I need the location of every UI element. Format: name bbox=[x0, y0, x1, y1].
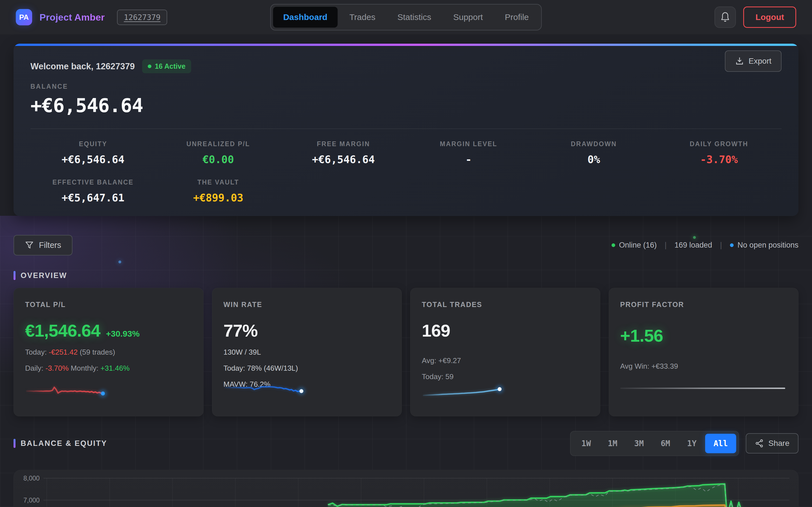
stat-label: DAILY GROWTH bbox=[656, 140, 781, 148]
stat-value: +€6,546.64 bbox=[31, 154, 156, 166]
stat-effective-balance: EFFECTIVE BALANCE+€5,647.61 bbox=[31, 179, 156, 204]
stat-value: +€899.03 bbox=[156, 192, 281, 204]
card-label: WIN RATE bbox=[223, 300, 391, 309]
card-label: PROFIT FACTOR bbox=[620, 300, 787, 309]
stat-label: EQUITY bbox=[31, 140, 156, 148]
top-navigation-bar: PA Project Amber 12627379 DashboardTrade… bbox=[0, 0, 812, 34]
win-rate-card: WIN RATE 77% 130W / 39L Today: 78% (46W/… bbox=[212, 288, 402, 416]
text-segment: Monthly: bbox=[69, 364, 101, 372]
stat-value: - bbox=[406, 154, 531, 166]
notifications-button[interactable] bbox=[714, 6, 736, 28]
stat-label: MARGIN LEVEL bbox=[406, 140, 531, 148]
loaded-label: 169 loaded bbox=[674, 241, 712, 249]
text-segment: (59 trades) bbox=[78, 348, 115, 356]
total-pl-value: €1,546.64 bbox=[25, 321, 100, 341]
text-segment: Today: bbox=[25, 348, 49, 356]
range-1m[interactable]: 1M bbox=[599, 434, 626, 453]
avg-trade-line: Avg: +€9.27 bbox=[422, 356, 589, 365]
download-icon bbox=[735, 57, 744, 66]
text-segment: +31.46% bbox=[100, 364, 130, 372]
accent-bar bbox=[13, 271, 15, 280]
dashboard-page: PA Project Amber 12627379 DashboardTrade… bbox=[0, 0, 812, 507]
filters-label: Filters bbox=[39, 240, 61, 250]
balance-equity-chart[interactable] bbox=[14, 470, 798, 507]
card-value-row: +1.56 bbox=[620, 326, 787, 346]
app-name: Project Amber bbox=[40, 12, 105, 23]
profit-factor-card: PROFIT FACTOR +1.56 Avg Win: +€33.39 bbox=[609, 288, 799, 416]
time-range-selector: 1W1M3M6M1YAll bbox=[570, 431, 739, 456]
export-label: Export bbox=[749, 57, 771, 66]
today-winrate-line: Today: 78% (46W/13L) bbox=[223, 364, 391, 373]
logout-button[interactable]: Logout bbox=[743, 6, 796, 28]
balance-equity-title-label: BALANCE & EQUITY bbox=[20, 439, 107, 448]
hero-inner: Welcome back, 12627379 16 Active BALANCE… bbox=[13, 46, 799, 117]
stat-label: EFFECTIVE BALANCE bbox=[31, 179, 156, 186]
range-1y[interactable]: 1Y bbox=[679, 434, 705, 453]
overview-cards: TOTAL P/L €1,546.64 +30.93% Today: -€251… bbox=[13, 288, 799, 416]
win-rate-value: 77% bbox=[223, 321, 258, 341]
stat-value: -3.70% bbox=[656, 154, 781, 166]
range-all[interactable]: All bbox=[705, 434, 737, 453]
separator: | bbox=[665, 241, 666, 249]
bell-icon bbox=[720, 12, 730, 22]
balance-label: BALANCE bbox=[31, 83, 781, 91]
balance-equity-header-row: BALANCE & EQUITY 1W1M3M6M1YAll Share bbox=[13, 432, 799, 455]
range-1w[interactable]: 1W bbox=[573, 434, 599, 453]
range-6m[interactable]: 6M bbox=[652, 434, 679, 453]
range-3m[interactable]: 3M bbox=[626, 434, 652, 453]
balance-equity-chart-card[interactable]: 8,000 7,000 bbox=[13, 470, 799, 507]
stat-margin-level: MARGIN LEVEL- bbox=[406, 140, 531, 166]
account-summary-card: Welcome back, 12627379 16 Active BALANCE… bbox=[13, 44, 799, 216]
stat-label: THE VAULT bbox=[156, 179, 281, 186]
nav-item-statistics[interactable]: Statistics bbox=[387, 7, 441, 27]
today-pl-line: Today: -€251.42 (59 trades) bbox=[25, 348, 192, 356]
stat-drawdown: DRAWDOWN0% bbox=[531, 140, 656, 166]
top-right-actions: Logout bbox=[714, 6, 796, 28]
status-indicators: Online (16) | 169 loaded | No open posit… bbox=[612, 241, 799, 249]
positions-dot-icon bbox=[730, 243, 733, 247]
online-status: Online (16) bbox=[612, 241, 657, 249]
stat-unrealized-p-l: UNREALIZED P/L€0.00 bbox=[156, 140, 281, 166]
share-label: Share bbox=[768, 439, 790, 448]
filters-button[interactable]: Filters bbox=[13, 235, 72, 256]
text-segment: Daily: bbox=[25, 364, 45, 372]
nav-item-dashboard[interactable]: Dashboard bbox=[273, 7, 338, 27]
balance-equity-title: BALANCE & EQUITY bbox=[13, 439, 107, 448]
trades-sparkline bbox=[422, 379, 506, 404]
share-button[interactable]: Share bbox=[746, 433, 799, 453]
online-label: Online (16) bbox=[619, 241, 657, 249]
welcome-row: Welcome back, 12627379 16 Active bbox=[31, 59, 781, 73]
positions-label: No open positions bbox=[738, 241, 799, 249]
text-segment: -€251.42 bbox=[49, 348, 78, 356]
total-trades-value: 169 bbox=[422, 321, 450, 341]
account-id-badge[interactable]: 12627379 bbox=[117, 10, 167, 25]
total-pl-sparkline bbox=[25, 379, 110, 404]
app-logo: PA bbox=[16, 9, 32, 25]
stat-free-margin: FREE MARGIN+€6,546.64 bbox=[281, 140, 406, 166]
card-gradient-strip bbox=[13, 44, 799, 46]
nav-item-profile[interactable]: Profile bbox=[495, 7, 539, 27]
y-axis-tick-7000: 7,000 bbox=[23, 497, 40, 504]
profit-factor-line bbox=[620, 388, 785, 389]
online-dot-icon bbox=[612, 243, 615, 247]
stat-equity: EQUITY+€6,546.64 bbox=[31, 140, 156, 166]
nav-item-support[interactable]: Support bbox=[443, 7, 493, 27]
win-rate-sparkline bbox=[223, 379, 308, 404]
y-axis-tick-8000: 8,000 bbox=[23, 474, 40, 482]
stat-label: FREE MARGIN bbox=[281, 140, 406, 148]
text-segment: Avg: +€9.27 bbox=[422, 356, 461, 365]
card-label: TOTAL TRADES bbox=[422, 300, 589, 309]
positions-status: No open positions bbox=[730, 241, 799, 249]
separator: | bbox=[720, 241, 722, 249]
loaded-status: 169 loaded bbox=[674, 241, 712, 249]
nav-item-trades[interactable]: Trades bbox=[339, 7, 386, 27]
stat-label: UNREALIZED P/L bbox=[156, 140, 281, 148]
daily-monthly-line: Daily: -3.70% Monthly: +31.46% bbox=[25, 364, 192, 373]
share-icon bbox=[755, 439, 764, 448]
stat-the-vault: THE VAULT+€899.03 bbox=[156, 179, 281, 204]
export-button[interactable]: Export bbox=[725, 50, 781, 72]
brand: PA Project Amber 12627379 bbox=[16, 9, 167, 25]
welcome-text: Welcome back, 12627379 bbox=[31, 61, 135, 71]
card-value-row: 169 bbox=[422, 321, 589, 341]
text-segment: -3.70% bbox=[45, 364, 68, 372]
